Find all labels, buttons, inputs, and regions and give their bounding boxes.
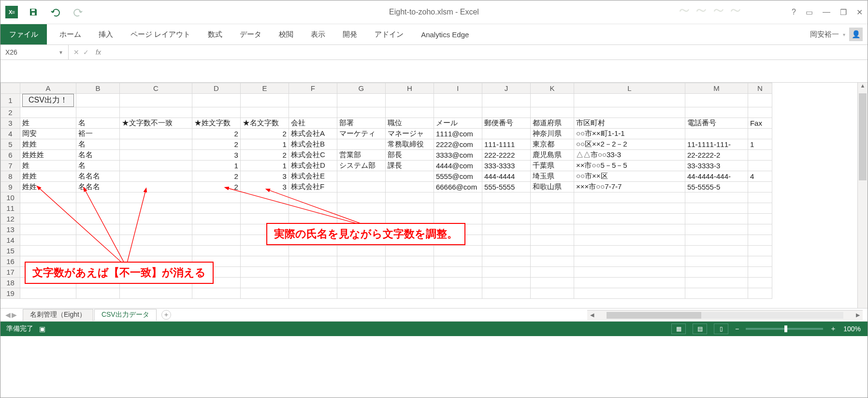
row-header-3[interactable]: 3 [1, 118, 20, 129]
cell-M12[interactable] [685, 214, 748, 224]
cell-L11[interactable] [574, 203, 685, 214]
cell-A3[interactable]: 姓 [20, 118, 76, 129]
cell-M1[interactable] [685, 94, 748, 107]
cell-D11[interactable] [192, 203, 240, 214]
cell-D5[interactable]: 2 [192, 139, 240, 150]
fx-icon[interactable]: fx [96, 48, 101, 56]
cell-D12[interactable] [192, 214, 240, 224]
cell-M17[interactable] [685, 267, 748, 278]
cell-M11[interactable] [685, 203, 748, 214]
cell-M10[interactable] [685, 192, 748, 203]
ribbon-tab-8[interactable]: 開発 [334, 24, 366, 44]
cell-C8[interactable] [119, 171, 192, 182]
cell-K18[interactable] [530, 278, 574, 288]
cell-B8[interactable]: 名名名 [76, 171, 119, 182]
cell-K7[interactable]: 千葉県 [530, 161, 574, 171]
row-header-1[interactable]: 1 [1, 94, 20, 107]
cell-A6[interactable]: 姓姓姓 [20, 150, 76, 161]
cell-K19[interactable] [530, 288, 574, 299]
cell-L13[interactable] [574, 224, 685, 235]
cell-K4[interactable]: 神奈川県 [530, 129, 574, 139]
cell-I5[interactable]: 2222@com [434, 139, 482, 150]
row-header-5[interactable]: 5 [1, 139, 20, 150]
cell-E9[interactable]: 3 [240, 182, 289, 192]
cell-C11[interactable] [119, 203, 192, 214]
name-box[interactable]: X26 ▼ [0, 45, 69, 59]
sheet-tab-1[interactable]: CSV出力データ [94, 309, 157, 321]
cell-D4[interactable]: 2 [192, 129, 240, 139]
row-header-2[interactable]: 2 [1, 107, 20, 118]
ribbon-tab-10[interactable]: Analytics Edge [412, 24, 477, 44]
cell-J14[interactable] [482, 235, 530, 246]
ribbon-tab-0[interactable]: ファイル [0, 24, 47, 44]
row-header-4[interactable]: 4 [1, 129, 20, 139]
col-header-M[interactable]: M [685, 83, 748, 94]
row-header-15[interactable]: 15 [1, 246, 20, 256]
cell-F4[interactable]: 株式会社A [289, 129, 337, 139]
csv-export-button[interactable]: CSV出力！ [22, 94, 74, 107]
cell-A19[interactable] [20, 288, 76, 299]
cell-B6[interactable]: 名名 [76, 150, 119, 161]
undo-icon[interactable] [49, 5, 62, 19]
ribbon-tab-7[interactable]: 表示 [302, 24, 334, 44]
cell-G6[interactable]: 営業部 [337, 150, 385, 161]
cell-A4[interactable]: 岡安 [20, 129, 76, 139]
cell-H4[interactable]: マネージャ [385, 129, 434, 139]
cell-I7[interactable]: 4444@com [434, 161, 482, 171]
cell-L9[interactable]: ×××市○○7-7-7 [574, 182, 685, 192]
cell-A1[interactable]: CSV出力！ [20, 94, 76, 107]
cell-F5[interactable]: 株式会社B [289, 139, 337, 150]
cell-E7[interactable]: 1 [240, 161, 289, 171]
cell-L19[interactable] [574, 288, 685, 299]
sheet-nav-next-icon[interactable]: ▶ [12, 311, 17, 319]
cell-J5[interactable]: 111-1111 [482, 139, 530, 150]
cell-H9[interactable] [385, 182, 434, 192]
cell-L10[interactable] [574, 192, 685, 203]
row-header-13[interactable]: 13 [1, 224, 20, 235]
row-header-16[interactable]: 16 [1, 256, 20, 267]
cell-C15[interactable] [119, 246, 192, 256]
cell-E19[interactable] [240, 288, 289, 299]
cell-C5[interactable] [119, 139, 192, 150]
cell-L2[interactable] [574, 107, 685, 118]
cell-K1[interactable] [530, 94, 574, 107]
cell-B15[interactable] [76, 246, 119, 256]
ribbon-tab-3[interactable]: ページ レイアウト [122, 24, 199, 44]
cell-H6[interactable]: 部長 [385, 150, 434, 161]
ribbon-tab-6[interactable]: 校閲 [270, 24, 302, 44]
cell-J2[interactable] [482, 107, 530, 118]
cell-J4[interactable] [482, 129, 530, 139]
cell-I9[interactable]: 66666@com [434, 182, 482, 192]
cell-E18[interactable] [240, 278, 289, 288]
cell-I3[interactable]: メール [434, 118, 482, 129]
ribbon-tab-1[interactable]: ホーム [51, 24, 90, 44]
cell-J10[interactable] [482, 192, 530, 203]
cell-M9[interactable]: 55-5555-5 [685, 182, 748, 192]
cell-J16[interactable] [482, 256, 530, 267]
page-layout-view-button[interactable]: ▤ [693, 324, 707, 334]
cell-M5[interactable]: 11-1111-111- [685, 139, 748, 150]
cell-J18[interactable] [482, 278, 530, 288]
cell-D19[interactable] [192, 288, 240, 299]
ribbon-tab-4[interactable]: 数式 [199, 24, 231, 44]
cell-E1[interactable] [240, 94, 289, 107]
cell-M14[interactable] [685, 235, 748, 246]
cell-M4[interactable] [685, 129, 748, 139]
page-break-view-button[interactable]: ▯ [714, 324, 728, 334]
cell-E11[interactable] [240, 203, 289, 214]
cell-G7[interactable]: システム部 [337, 161, 385, 171]
cell-I16[interactable] [434, 256, 482, 267]
cell-E3[interactable]: ★名文字数 [240, 118, 289, 129]
signed-in-user[interactable]: 岡安裕一 ▾ 👤 [810, 24, 863, 44]
cell-N6[interactable] [748, 150, 772, 161]
cell-E17[interactable] [240, 267, 289, 278]
cell-N10[interactable] [748, 192, 772, 203]
cell-M2[interactable] [685, 107, 748, 118]
row-header-9[interactable]: 9 [1, 182, 20, 192]
cell-H10[interactable] [385, 192, 434, 203]
help-icon[interactable]: ? [792, 8, 796, 16]
cell-F2[interactable] [289, 107, 337, 118]
cell-I1[interactable] [434, 94, 482, 107]
col-header-I[interactable]: I [434, 83, 482, 94]
cell-A7[interactable]: 姓 [20, 161, 76, 171]
